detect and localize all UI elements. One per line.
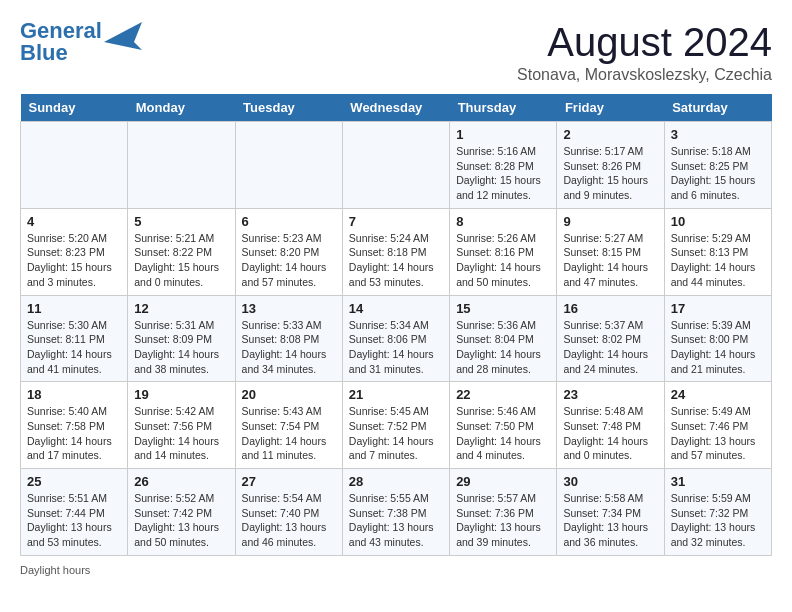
calendar-cell: 26Sunrise: 5:52 AM Sunset: 7:42 PM Dayli… xyxy=(128,469,235,556)
calendar-cell: 13Sunrise: 5:33 AM Sunset: 8:08 PM Dayli… xyxy=(235,295,342,382)
month-title: August 2024 xyxy=(517,20,772,64)
day-number: 29 xyxy=(456,474,550,489)
day-number: 22 xyxy=(456,387,550,402)
calendar-week-row: 4Sunrise: 5:20 AM Sunset: 8:23 PM Daylig… xyxy=(21,208,772,295)
day-detail: Sunrise: 5:21 AM Sunset: 8:22 PM Dayligh… xyxy=(134,231,228,290)
calendar-cell: 8Sunrise: 5:26 AM Sunset: 8:16 PM Daylig… xyxy=(450,208,557,295)
day-detail: Sunrise: 5:43 AM Sunset: 7:54 PM Dayligh… xyxy=(242,404,336,463)
day-number: 18 xyxy=(27,387,121,402)
calendar-cell xyxy=(342,122,449,209)
logo-text: GeneralBlue xyxy=(20,20,102,64)
calendar-cell: 29Sunrise: 5:57 AM Sunset: 7:36 PM Dayli… xyxy=(450,469,557,556)
calendar-cell: 11Sunrise: 5:30 AM Sunset: 8:11 PM Dayli… xyxy=(21,295,128,382)
day-detail: Sunrise: 5:40 AM Sunset: 7:58 PM Dayligh… xyxy=(27,404,121,463)
calendar-cell: 12Sunrise: 5:31 AM Sunset: 8:09 PM Dayli… xyxy=(128,295,235,382)
col-header-thursday: Thursday xyxy=(450,94,557,122)
day-number: 3 xyxy=(671,127,765,142)
day-detail: Sunrise: 5:48 AM Sunset: 7:48 PM Dayligh… xyxy=(563,404,657,463)
calendar-cell: 31Sunrise: 5:59 AM Sunset: 7:32 PM Dayli… xyxy=(664,469,771,556)
day-detail: Sunrise: 5:46 AM Sunset: 7:50 PM Dayligh… xyxy=(456,404,550,463)
calendar-cell: 7Sunrise: 5:24 AM Sunset: 8:18 PM Daylig… xyxy=(342,208,449,295)
col-header-tuesday: Tuesday xyxy=(235,94,342,122)
calendar-cell: 3Sunrise: 5:18 AM Sunset: 8:25 PM Daylig… xyxy=(664,122,771,209)
day-detail: Sunrise: 5:49 AM Sunset: 7:46 PM Dayligh… xyxy=(671,404,765,463)
day-number: 12 xyxy=(134,301,228,316)
calendar-cell: 20Sunrise: 5:43 AM Sunset: 7:54 PM Dayli… xyxy=(235,382,342,469)
day-detail: Sunrise: 5:39 AM Sunset: 8:00 PM Dayligh… xyxy=(671,318,765,377)
calendar-cell: 30Sunrise: 5:58 AM Sunset: 7:34 PM Dayli… xyxy=(557,469,664,556)
calendar-cell: 9Sunrise: 5:27 AM Sunset: 8:15 PM Daylig… xyxy=(557,208,664,295)
day-number: 10 xyxy=(671,214,765,229)
col-header-friday: Friday xyxy=(557,94,664,122)
day-number: 27 xyxy=(242,474,336,489)
day-number: 2 xyxy=(563,127,657,142)
day-detail: Sunrise: 5:31 AM Sunset: 8:09 PM Dayligh… xyxy=(134,318,228,377)
calendar-cell: 23Sunrise: 5:48 AM Sunset: 7:48 PM Dayli… xyxy=(557,382,664,469)
calendar-cell: 1Sunrise: 5:16 AM Sunset: 8:28 PM Daylig… xyxy=(450,122,557,209)
day-detail: Sunrise: 5:17 AM Sunset: 8:26 PM Dayligh… xyxy=(563,144,657,203)
calendar-cell: 6Sunrise: 5:23 AM Sunset: 8:20 PM Daylig… xyxy=(235,208,342,295)
col-header-monday: Monday xyxy=(128,94,235,122)
day-number: 25 xyxy=(27,474,121,489)
day-detail: Sunrise: 5:58 AM Sunset: 7:34 PM Dayligh… xyxy=(563,491,657,550)
calendar-cell xyxy=(21,122,128,209)
day-number: 28 xyxy=(349,474,443,489)
day-number: 1 xyxy=(456,127,550,142)
day-number: 26 xyxy=(134,474,228,489)
day-number: 30 xyxy=(563,474,657,489)
day-number: 15 xyxy=(456,301,550,316)
calendar-week-row: 25Sunrise: 5:51 AM Sunset: 7:44 PM Dayli… xyxy=(21,469,772,556)
calendar-cell: 25Sunrise: 5:51 AM Sunset: 7:44 PM Dayli… xyxy=(21,469,128,556)
day-number: 16 xyxy=(563,301,657,316)
day-detail: Sunrise: 5:59 AM Sunset: 7:32 PM Dayligh… xyxy=(671,491,765,550)
day-number: 19 xyxy=(134,387,228,402)
day-detail: Sunrise: 5:55 AM Sunset: 7:38 PM Dayligh… xyxy=(349,491,443,550)
day-number: 20 xyxy=(242,387,336,402)
day-detail: Sunrise: 5:20 AM Sunset: 8:23 PM Dayligh… xyxy=(27,231,121,290)
day-detail: Sunrise: 5:54 AM Sunset: 7:40 PM Dayligh… xyxy=(242,491,336,550)
day-detail: Sunrise: 5:36 AM Sunset: 8:04 PM Dayligh… xyxy=(456,318,550,377)
calendar-week-row: 11Sunrise: 5:30 AM Sunset: 8:11 PM Dayli… xyxy=(21,295,772,382)
calendar-cell: 28Sunrise: 5:55 AM Sunset: 7:38 PM Dayli… xyxy=(342,469,449,556)
calendar-cell: 2Sunrise: 5:17 AM Sunset: 8:26 PM Daylig… xyxy=(557,122,664,209)
calendar-week-row: 1Sunrise: 5:16 AM Sunset: 8:28 PM Daylig… xyxy=(21,122,772,209)
calendar-cell: 5Sunrise: 5:21 AM Sunset: 8:22 PM Daylig… xyxy=(128,208,235,295)
col-header-saturday: Saturday xyxy=(664,94,771,122)
page-header: GeneralBlue August 2024 Stonava, Moravsk… xyxy=(20,20,772,84)
logo-wing-icon xyxy=(104,22,142,52)
calendar-cell: 18Sunrise: 5:40 AM Sunset: 7:58 PM Dayli… xyxy=(21,382,128,469)
day-detail: Sunrise: 5:23 AM Sunset: 8:20 PM Dayligh… xyxy=(242,231,336,290)
calendar-cell: 14Sunrise: 5:34 AM Sunset: 8:06 PM Dayli… xyxy=(342,295,449,382)
day-detail: Sunrise: 5:51 AM Sunset: 7:44 PM Dayligh… xyxy=(27,491,121,550)
title-block: August 2024 Stonava, Moravskoslezsky, Cz… xyxy=(517,20,772,84)
calendar-cell: 17Sunrise: 5:39 AM Sunset: 8:00 PM Dayli… xyxy=(664,295,771,382)
calendar-cell: 19Sunrise: 5:42 AM Sunset: 7:56 PM Dayli… xyxy=(128,382,235,469)
col-header-sunday: Sunday xyxy=(21,94,128,122)
day-detail: Sunrise: 5:16 AM Sunset: 8:28 PM Dayligh… xyxy=(456,144,550,203)
calendar-cell: 4Sunrise: 5:20 AM Sunset: 8:23 PM Daylig… xyxy=(21,208,128,295)
day-number: 6 xyxy=(242,214,336,229)
day-detail: Sunrise: 5:26 AM Sunset: 8:16 PM Dayligh… xyxy=(456,231,550,290)
calendar-cell: 16Sunrise: 5:37 AM Sunset: 8:02 PM Dayli… xyxy=(557,295,664,382)
day-detail: Sunrise: 5:27 AM Sunset: 8:15 PM Dayligh… xyxy=(563,231,657,290)
day-number: 17 xyxy=(671,301,765,316)
day-number: 4 xyxy=(27,214,121,229)
day-number: 9 xyxy=(563,214,657,229)
svg-marker-0 xyxy=(104,22,142,50)
day-number: 13 xyxy=(242,301,336,316)
day-number: 8 xyxy=(456,214,550,229)
calendar-cell: 27Sunrise: 5:54 AM Sunset: 7:40 PM Dayli… xyxy=(235,469,342,556)
calendar-cell: 15Sunrise: 5:36 AM Sunset: 8:04 PM Dayli… xyxy=(450,295,557,382)
footer-note: Daylight hours xyxy=(20,564,772,576)
day-detail: Sunrise: 5:30 AM Sunset: 8:11 PM Dayligh… xyxy=(27,318,121,377)
calendar-table: SundayMondayTuesdayWednesdayThursdayFrid… xyxy=(20,94,772,556)
calendar-cell xyxy=(128,122,235,209)
day-detail: Sunrise: 5:24 AM Sunset: 8:18 PM Dayligh… xyxy=(349,231,443,290)
col-header-wednesday: Wednesday xyxy=(342,94,449,122)
day-number: 31 xyxy=(671,474,765,489)
calendar-cell: 21Sunrise: 5:45 AM Sunset: 7:52 PM Dayli… xyxy=(342,382,449,469)
calendar-header-row: SundayMondayTuesdayWednesdayThursdayFrid… xyxy=(21,94,772,122)
calendar-cell: 22Sunrise: 5:46 AM Sunset: 7:50 PM Dayli… xyxy=(450,382,557,469)
day-number: 7 xyxy=(349,214,443,229)
day-number: 23 xyxy=(563,387,657,402)
